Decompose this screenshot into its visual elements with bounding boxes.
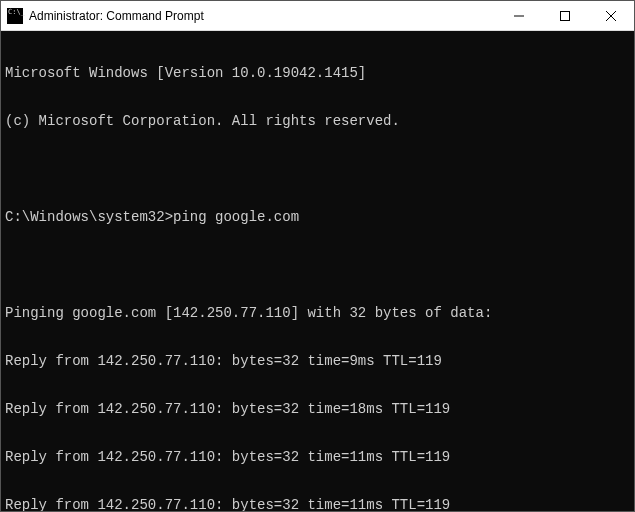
output-line: Pinging google.com [142.250.77.110] with… (5, 305, 630, 321)
command-prompt-window: Administrator: Command Prompt Micr (0, 0, 635, 512)
output-line (5, 257, 630, 273)
titlebar[interactable]: Administrator: Command Prompt (1, 1, 634, 31)
terminal-output[interactable]: Microsoft Windows [Version 10.0.19042.14… (1, 31, 634, 511)
maximize-icon (560, 11, 570, 21)
header-line: Microsoft Windows [Version 10.0.19042.14… (5, 65, 630, 81)
output-line: Reply from 142.250.77.110: bytes=32 time… (5, 449, 630, 465)
command-text: ping google.com (173, 209, 299, 225)
output-line: Reply from 142.250.77.110: bytes=32 time… (5, 497, 630, 511)
svg-rect-1 (561, 11, 570, 20)
maximize-button[interactable] (542, 1, 588, 30)
header-line: (c) Microsoft Corporation. All rights re… (5, 113, 630, 129)
cmd-icon (7, 8, 23, 24)
blank-line (5, 161, 630, 177)
minimize-button[interactable] (496, 1, 542, 30)
close-button[interactable] (588, 1, 634, 30)
window-title: Administrator: Command Prompt (29, 9, 204, 23)
prompt-path: C:\Windows\system32> (5, 209, 173, 225)
output-line: Reply from 142.250.77.110: bytes=32 time… (5, 401, 630, 417)
prompt-line: C:\Windows\system32>ping google.com (5, 209, 630, 225)
close-icon (606, 11, 616, 21)
output-line: Reply from 142.250.77.110: bytes=32 time… (5, 353, 630, 369)
minimize-icon (514, 11, 524, 21)
window-controls (496, 1, 634, 30)
